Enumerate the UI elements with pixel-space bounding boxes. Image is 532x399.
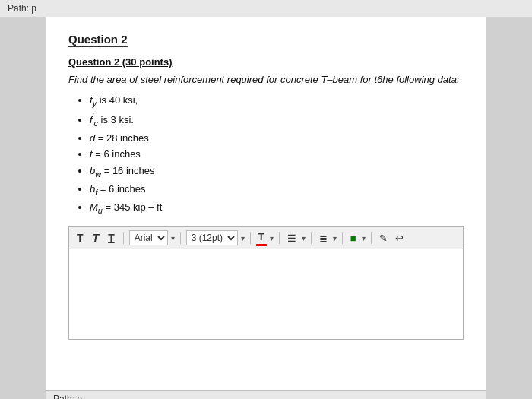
font-size-select[interactable]: 3 (12pt): [186, 230, 238, 245]
highlight-icon[interactable]: ■: [348, 231, 359, 245]
bullet-list: fy is 40 ksi, f′c is 3 ksi. d = 28 inche…: [68, 93, 464, 216]
toolbar-divider-2: [180, 232, 181, 244]
text-format-italic[interactable]: T: [90, 230, 103, 245]
editor-toolbar: T T T Arial ▾ 3 (12pt) ▾ T ▾ ☰ ▾ ≣ ▾: [68, 226, 464, 249]
highlight-dropdown[interactable]: ▾: [362, 234, 366, 242]
editor-content-area[interactable]: [68, 249, 464, 340]
text-format-underline[interactable]: T: [105, 230, 118, 245]
list-dropdown-1[interactable]: ▾: [302, 234, 306, 242]
ordered-list-icon[interactable]: ≣: [317, 231, 330, 245]
list-item: bf = 6 inches: [90, 182, 464, 198]
list-item: Mu = 345 kip – ft: [90, 200, 464, 217]
toolbar-divider-1: [123, 232, 124, 244]
question-description: Find the area of steel reinforcement req…: [68, 74, 464, 85]
toolbar-divider-4: [279, 232, 280, 244]
list-item: f′c is 3 ksi.: [90, 111, 464, 129]
toolbar-divider-3: [250, 232, 251, 244]
bottom-path-bar: Path: p: [46, 390, 486, 399]
toolbar-divider-7: [371, 232, 372, 244]
question-subheader: Question 2 (30 points): [68, 56, 464, 68]
top-path-bar: Path: p: [0, 0, 532, 17]
font-dropdown-icon: ▾: [171, 234, 175, 242]
page-wrapper: Path: p Question 2 Question 2 (30 points…: [0, 0, 532, 399]
text-color-btn[interactable]: T: [256, 230, 267, 246]
list-item: t = 6 inches: [90, 147, 464, 162]
toolbar-divider-6: [342, 232, 343, 244]
text-color-dropdown[interactable]: ▾: [270, 234, 274, 242]
unordered-list-icon[interactable]: ☰: [285, 231, 299, 245]
size-dropdown-icon: ▾: [241, 234, 245, 242]
question-main-header: Question 2: [68, 33, 128, 47]
edit-icon[interactable]: ✎: [377, 231, 390, 245]
content-area: Question 2 Question 2 (30 points) Find t…: [46, 17, 486, 390]
font-family-select[interactable]: Arial: [129, 230, 168, 245]
list-dropdown-2[interactable]: ▾: [333, 234, 337, 242]
text-format-bold[interactable]: T: [74, 230, 87, 245]
list-item: fy is 40 ksi,: [90, 93, 464, 109]
toolbar-divider-5: [311, 232, 312, 244]
bottom-path-label: Path: p: [53, 394, 82, 399]
redo-icon[interactable]: ↩: [393, 231, 406, 245]
list-item: bw = 16 inches: [90, 163, 464, 180]
list-item: d = 28 inches: [90, 131, 464, 146]
top-path-label: Path: p: [8, 3, 36, 14]
